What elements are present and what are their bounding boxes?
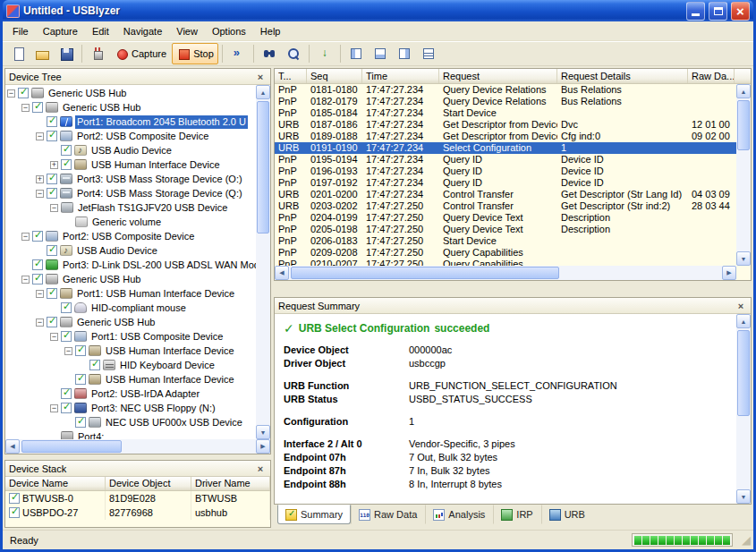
collapse-icon[interactable] — [36, 290, 44, 298]
goto-event-button[interactable] — [226, 43, 250, 64]
tab-urb[interactable]: URB — [541, 505, 593, 524]
toggle-summary-pane-button[interactable] — [393, 43, 416, 64]
menu-item-file[interactable]: File — [5, 23, 36, 39]
collapse-icon[interactable] — [21, 233, 30, 241]
device-checkbox[interactable] — [9, 507, 20, 518]
tree-node[interactable]: Generic USB Hub — [5, 100, 256, 115]
tree-node[interactable]: USB Human Interface Device — [5, 344, 256, 358]
tab-irp[interactable]: IRP — [493, 505, 540, 524]
device-checkbox[interactable] — [47, 174, 57, 184]
title-bar[interactable]: Untitled - USBlyzer — [3, 0, 753, 21]
autoscroll-button[interactable] — [313, 43, 336, 64]
event-row[interactable]: PnP0185-018417:47:27.234Start Device — [275, 107, 736, 119]
device-checkbox[interactable] — [61, 403, 72, 413]
collapse-icon[interactable] — [36, 318, 44, 327]
tree-node[interactable]: Port3: USB Mass Storage Device (O:) — [5, 172, 256, 186]
device-checkbox[interactable] — [61, 331, 72, 342]
collapse-icon[interactable] — [50, 404, 58, 412]
toggle-device-tree-pane-button[interactable] — [344, 43, 368, 64]
device-checkbox[interactable] — [32, 274, 43, 284]
device-checkbox[interactable] — [47, 288, 57, 299]
device-stack-close-button[interactable] — [254, 463, 267, 475]
tree-node[interactable]: USB Audio Device — [5, 143, 256, 157]
resize-grip[interactable] — [738, 532, 751, 548]
event-row[interactable]: URB0187-018617:47:27.234Get Descriptor f… — [275, 119, 736, 131]
scrollbar-thumb[interactable] — [257, 101, 269, 234]
event-row[interactable]: PnP0197-019217:47:27.234Query IDDevice I… — [275, 177, 736, 189]
column-header-request[interactable]: Request — [439, 69, 557, 83]
request-summary-close-button[interactable] — [735, 300, 747, 312]
tree-node[interactable]: Generic USB Hub — [5, 315, 256, 329]
column-header-device-object[interactable]: Device Object — [106, 477, 191, 490]
tree-node[interactable]: Port2: USB Composite Device — [5, 229, 256, 243]
menu-item-capture[interactable]: Capture — [36, 23, 85, 39]
save-file-button[interactable] — [55, 43, 78, 64]
event-row[interactable]: PnP0181-018017:47:27.234Query Device Rel… — [275, 84, 736, 96]
minimize-button[interactable] — [686, 2, 705, 21]
tab-summary[interactable]: Summary — [277, 505, 351, 524]
tree-node[interactable]: Generic volume — [5, 215, 256, 229]
event-row[interactable]: PnP0196-019317:47:27.234Query IDDevice I… — [275, 166, 736, 177]
tree-node[interactable]: Port1: USB Human Interface Device — [5, 286, 256, 301]
zoom-button[interactable] — [282, 43, 305, 64]
scroll-right-icon[interactable] — [256, 439, 270, 454]
column-header-request-details[interactable]: Request Details — [557, 69, 688, 83]
tree-node[interactable]: Port4: — [5, 429, 256, 439]
find-button[interactable] — [258, 43, 281, 64]
device-checkbox[interactable] — [61, 145, 72, 156]
collapse-icon[interactable] — [50, 333, 58, 341]
event-row[interactable]: PnP0206-018317:47:27.250Start Device — [275, 235, 736, 247]
collapse-icon[interactable] — [21, 276, 30, 284]
tree-node[interactable]: Generic USB Hub — [5, 272, 256, 286]
event-row[interactable]: PnP0209-020817:47:27.250Query Capabiliti… — [275, 247, 736, 259]
events-vertical-scrollbar[interactable] — [736, 84, 751, 266]
column-header-driver-name[interactable]: Driver Name — [191, 477, 270, 490]
usb-device-filter-button[interactable] — [86, 43, 109, 64]
event-row[interactable]: PnP0195-019417:47:27.234Query IDDevice I… — [275, 154, 736, 166]
event-row[interactable]: URB0189-018817:47:27.234Get Descriptor f… — [275, 131, 736, 142]
scroll-left-icon[interactable] — [5, 439, 20, 454]
tree-node[interactable]: Port3: NEC USB Floppy (N:) — [5, 401, 256, 415]
device-checkbox[interactable] — [32, 231, 43, 242]
device-checkbox[interactable] — [47, 188, 57, 199]
device-tree-vertical-scrollbar[interactable] — [256, 85, 270, 439]
device-checkbox[interactable] — [75, 345, 86, 356]
event-row[interactable]: PnP0205-019817:47:27.250Query Device Tex… — [275, 224, 736, 235]
tree-node[interactable]: HID Keyboard Device — [5, 358, 256, 372]
toggle-grid-pane-button[interactable] — [417, 43, 440, 64]
tree-node[interactable]: Port2: USB-IrDA Adapter — [5, 386, 256, 401]
device-checkbox[interactable] — [47, 317, 57, 327]
device-checkbox[interactable] — [32, 259, 43, 270]
device-checkbox[interactable] — [18, 88, 29, 98]
column-header-device-name[interactable]: Device Name — [5, 477, 106, 490]
event-row[interactable]: URB0203-020217:47:27.250Control Transfer… — [275, 200, 736, 212]
device-checkbox[interactable] — [47, 116, 57, 127]
new-file-button[interactable] — [6, 43, 30, 64]
maximize-button[interactable] — [709, 2, 727, 21]
device-checkbox[interactable] — [61, 388, 72, 399]
tree-node[interactable]: Port2: USB Composite Device — [5, 129, 256, 143]
device-checkbox[interactable] — [9, 493, 20, 504]
collapse-icon[interactable] — [50, 204, 58, 212]
menu-item-navigate[interactable]: Navigate — [116, 23, 169, 39]
tree-node[interactable]: Port4: USB Mass Storage Device (Q:) — [5, 186, 256, 200]
close-button[interactable] — [731, 2, 750, 21]
column-header-seq[interactable]: Seq — [307, 69, 362, 83]
tree-node[interactable]: Port3: D-Link DSL-200 USB ADSL WAN Mod — [5, 258, 256, 272]
tab-analysis[interactable]: Analysis — [425, 505, 493, 524]
device-checkbox[interactable] — [61, 159, 72, 170]
collapse-icon[interactable] — [64, 347, 72, 355]
device-checkbox[interactable] — [89, 360, 100, 370]
event-row[interactable]: URB0201-020017:47:27.234Control Transfer… — [275, 189, 736, 200]
tree-node[interactable]: NEC USB UF000x USB Device — [5, 415, 256, 429]
menu-item-options[interactable]: Options — [205, 23, 253, 39]
device-tree-horizontal-scrollbar[interactable] — [5, 439, 270, 454]
column-header-t[interactable]: T... — [275, 69, 307, 83]
tab-raw-data[interactable]: 110Raw Data — [351, 505, 425, 524]
device-stack-row[interactable]: BTWUSB-081D9E028BTWUSB — [5, 491, 270, 505]
tree-node[interactable]: USB Human Interface Device — [5, 372, 256, 386]
device-tree-close-button[interactable] — [254, 71, 267, 83]
column-header-time[interactable]: Time — [362, 69, 439, 83]
menu-item-help[interactable]: Help — [253, 23, 288, 39]
device-checkbox[interactable] — [47, 245, 57, 256]
